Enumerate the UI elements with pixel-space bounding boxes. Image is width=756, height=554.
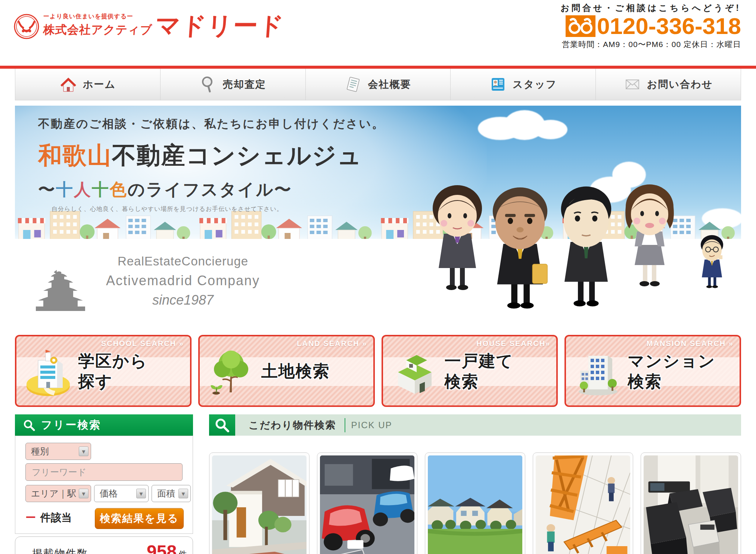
hero-english-block: RealEstateConcieruge Activemadrid Compan… <box>90 254 276 308</box>
nav-label: お問い合わせ <box>647 78 713 91</box>
label-line2: 探す <box>78 371 187 392</box>
size-select[interactable]: 面積 ▼ <box>152 485 191 502</box>
subtitle-char: 十 <box>92 180 110 199</box>
label-line1: マンション <box>628 351 737 371</box>
card-business[interactable]: 収益・事業用 <box>641 452 741 554</box>
type-select-value: 種別 <box>31 445 79 457</box>
card-subdivision[interactable]: 分譲地 <box>533 452 633 554</box>
nav-label: 売却査定 <box>223 78 266 91</box>
freedial-icon <box>566 15 595 37</box>
listing-count-unit: 件 <box>178 549 187 554</box>
hit-count: ー 件該当 <box>25 511 72 525</box>
area-select[interactable]: エリア｜駅 ▼ <box>25 485 91 502</box>
business-image <box>644 455 738 554</box>
subtitle-char: のライフスタイル〜 <box>128 180 292 199</box>
business-hours: 営業時間：AM9：00〜PM6：00 定休日：水曜日 <box>560 39 741 50</box>
land-search-label: 土地検索 <box>261 336 370 405</box>
hero-title-highlight: 和歌山 <box>38 142 112 169</box>
search-submit-button[interactable]: 検索結果を見る <box>95 508 184 529</box>
hero-catchphrase: 不動産のご相談・ご依頼は、私たちにお申し付けください。 <box>38 116 385 132</box>
mansion-search-button[interactable]: MANSION SEARCH » マンション 検索 <box>564 335 741 407</box>
hit-count-value: ー <box>25 511 36 525</box>
price-select-value: 価格 <box>100 488 136 499</box>
phone-row[interactable]: 0120-336-318 <box>560 15 741 38</box>
chevron-down-icon: ▼ <box>178 489 188 498</box>
pickup-title: こだわり物件検索 <box>249 418 336 432</box>
free-search-form: 種別 ▼ エリア｜駅 ▼ 価格 ▼ 面積 ▼ ー 件該当 検索結果を見る <box>15 436 193 534</box>
free-search-title: フリー検索 <box>41 418 101 433</box>
listing-count-label: 掲載物件数 <box>32 547 88 554</box>
home-icon <box>60 76 77 93</box>
logo-brand-name: マドリード <box>154 13 285 38</box>
nav-item-assessment[interactable]: 売却査定 <box>161 69 306 100</box>
keyword-input-wrap <box>25 463 183 481</box>
card-parking[interactable]: 駐車場2台以上 <box>317 452 417 554</box>
nav-item-contact[interactable]: お問い合わせ <box>596 69 741 100</box>
nav-item-company[interactable]: 会社概要 <box>306 69 451 100</box>
hero-banner: 不動産のご相談・ご依頼は、私たちにお申し付けください。 和歌山不動産コンシェルジ… <box>15 106 741 326</box>
header-contact: お問合せ・ご相談はこちらへどうぞ! 0120-336-318 営業時間：AM9：… <box>560 2 741 50</box>
castle-icon <box>34 269 87 314</box>
land-photo <box>428 455 522 554</box>
pickup-search-square <box>209 414 235 436</box>
land-search-button[interactable]: LAND SEARCH » 土地検索 <box>198 335 375 407</box>
pickup-cards: 築浅一戸建て <box>209 452 741 554</box>
label-line2: 検索 <box>445 371 554 392</box>
staff-illustration <box>420 167 741 326</box>
listing-count-box: 掲載物件数 958 件 <box>15 536 193 554</box>
house-icon <box>391 349 439 398</box>
search-category-buttons: SCHOOL SEARCH » 学区から 探す <box>15 335 741 407</box>
house-search-button[interactable]: HOUSE SEARCH» 一戸建て 検索 <box>382 335 558 407</box>
tree-icon <box>207 349 256 398</box>
cloud <box>534 120 567 139</box>
mansion-search-label: マンション 検索 <box>628 336 737 405</box>
keyword-input[interactable] <box>31 467 182 478</box>
hero-en-line2: Activemadrid Company <box>90 273 276 289</box>
hero-text-block: 不動産のご相談・ご依頼は、私たちにお申し付けください。 和歌山不動産コンシェルジ… <box>38 116 385 213</box>
mansion-icon <box>573 349 622 398</box>
document-icon <box>345 76 362 93</box>
main-nav: ホーム 売却査定 会社概要 <box>15 69 741 100</box>
logo-company-name: 株式会社アクティブ <box>43 22 153 38</box>
chevron-down-icon: ▼ <box>79 489 88 498</box>
area-select-value: エリア｜駅 <box>31 488 79 499</box>
label-line1: 学区から <box>78 351 187 371</box>
new-house-image <box>212 455 307 554</box>
card-new-house[interactable]: 築浅一戸建て <box>209 452 309 554</box>
size-select-value: 面積 <box>157 488 178 499</box>
school-icon <box>24 349 72 398</box>
nav-label: スタッフ <box>513 78 557 91</box>
hero-title: 和歌山不動産コンシェルジュ <box>38 139 385 172</box>
card-land[interactable]: 土地50坪以上 <box>425 452 525 554</box>
chevron-down-icon: ▼ <box>79 446 88 456</box>
hero-subtitle: 〜十人十色のライフスタイル〜 <box>38 178 385 201</box>
hero-description: 自分らしく、心地良く、暮らしやすい場所を見つけるお手伝いをさせて下さい。 <box>52 205 385 213</box>
school-search-label: 学区から 探す <box>78 336 187 405</box>
subtitle-char: 色 <box>110 180 128 199</box>
chevron-down-icon: ▼ <box>136 489 146 498</box>
label-line1: 一戸建て <box>445 351 554 371</box>
hit-count-label: 件該当 <box>40 511 72 525</box>
red-divider-bar <box>0 66 756 69</box>
company-logo[interactable]: ーより良い住まいを提供するー 株式会社アクティブ マドリード <box>13 10 284 40</box>
idcard-icon <box>489 76 507 93</box>
pickup-subtitle: PICK UP <box>351 420 392 430</box>
nav-label: 会社概要 <box>368 78 411 91</box>
bull-logo-icon <box>13 13 40 40</box>
logo-tagline: ーより良い住まいを提供するー <box>43 13 152 21</box>
label-line1: 土地検索 <box>261 361 370 381</box>
subdivision-image <box>536 455 630 554</box>
pickup-header: こだわり物件検索 PICK UP <box>209 414 741 436</box>
subtitle-char: 〜 <box>38 180 56 199</box>
subtitle-char: 人 <box>74 180 92 199</box>
phone-number[interactable]: 0120-336-318 <box>597 15 741 38</box>
hero-en-line1: RealEstateConcieruge <box>90 254 276 268</box>
type-select[interactable]: 種別 ▼ <box>25 443 91 460</box>
nav-item-home[interactable]: ホーム <box>15 69 161 100</box>
subdivision-photo <box>536 455 630 554</box>
school-search-button[interactable]: SCHOOL SEARCH » 学区から 探す <box>15 335 192 407</box>
nav-item-staff[interactable]: スタッフ <box>451 69 596 100</box>
pickup-divider <box>345 418 345 432</box>
search-icon <box>23 419 35 431</box>
price-select[interactable]: 価格 ▼ <box>94 485 149 502</box>
